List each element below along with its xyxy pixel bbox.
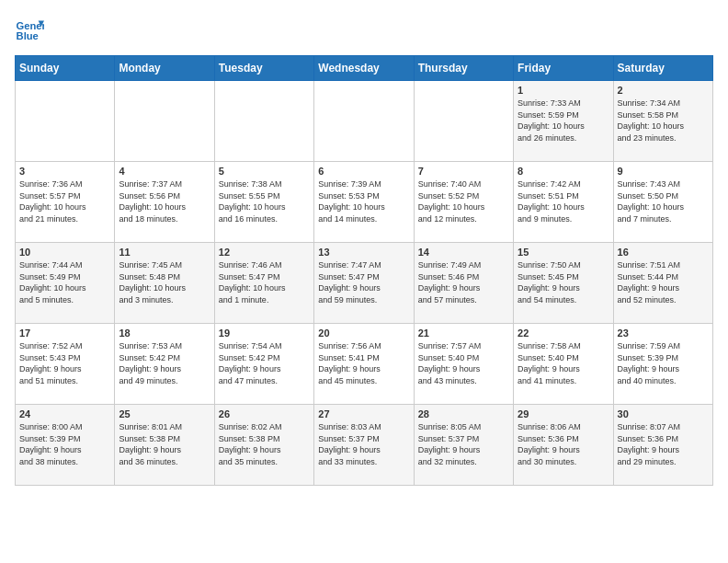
- day-number: 15: [518, 247, 609, 258]
- day-cell: 8Sunrise: 7:42 AM Sunset: 5:51 PM Daylig…: [514, 162, 613, 243]
- week-row-2: 3Sunrise: 7:36 AM Sunset: 5:57 PM Daylig…: [16, 162, 713, 243]
- day-detail: Sunrise: 7:47 AM Sunset: 5:47 PM Dayligh…: [318, 259, 409, 305]
- day-detail: Sunrise: 8:00 AM Sunset: 5:39 PM Dayligh…: [19, 421, 110, 467]
- day-cell: 23Sunrise: 7:59 AM Sunset: 5:39 PM Dayli…: [613, 324, 712, 405]
- logo-icon: General Blue: [15, 15, 44, 44]
- day-header-friday: Friday: [514, 56, 613, 81]
- day-detail: Sunrise: 7:37 AM Sunset: 5:56 PM Dayligh…: [119, 178, 210, 224]
- day-cell: 22Sunrise: 7:58 AM Sunset: 5:40 PM Dayli…: [514, 324, 613, 405]
- day-cell: 5Sunrise: 7:38 AM Sunset: 5:55 PM Daylig…: [214, 162, 313, 243]
- day-detail: Sunrise: 7:40 AM Sunset: 5:52 PM Dayligh…: [418, 178, 509, 224]
- day-detail: Sunrise: 7:57 AM Sunset: 5:40 PM Dayligh…: [418, 340, 509, 386]
- day-number: 28: [418, 408, 509, 419]
- day-detail: Sunrise: 8:07 AM Sunset: 5:36 PM Dayligh…: [618, 421, 709, 467]
- day-detail: Sunrise: 7:52 AM Sunset: 5:43 PM Dayligh…: [19, 340, 110, 386]
- day-detail: Sunrise: 8:05 AM Sunset: 5:37 PM Dayligh…: [418, 421, 509, 467]
- day-cell: [16, 81, 115, 162]
- day-number: 10: [19, 247, 110, 258]
- day-detail: Sunrise: 7:53 AM Sunset: 5:42 PM Dayligh…: [119, 340, 210, 386]
- day-cell: 20Sunrise: 7:56 AM Sunset: 5:41 PM Dayli…: [314, 324, 414, 405]
- day-header-wednesday: Wednesday: [314, 56, 414, 81]
- day-cell: 16Sunrise: 7:51 AM Sunset: 5:44 PM Dayli…: [613, 243, 712, 324]
- week-row-3: 10Sunrise: 7:44 AM Sunset: 5:49 PM Dayli…: [16, 243, 713, 324]
- day-detail: Sunrise: 7:36 AM Sunset: 5:57 PM Dayligh…: [19, 178, 110, 224]
- day-number: 21: [418, 327, 509, 339]
- day-detail: Sunrise: 7:38 AM Sunset: 5:55 PM Dayligh…: [219, 178, 310, 224]
- day-cell: 9Sunrise: 7:43 AM Sunset: 5:50 PM Daylig…: [613, 162, 712, 243]
- week-row-4: 17Sunrise: 7:52 AM Sunset: 5:43 PM Dayli…: [16, 324, 713, 405]
- week-row-1: 1Sunrise: 7:33 AM Sunset: 5:59 PM Daylig…: [16, 81, 713, 162]
- day-header-monday: Monday: [115, 56, 214, 81]
- day-number: 23: [618, 327, 709, 339]
- day-cell: [414, 81, 513, 162]
- day-detail: Sunrise: 7:56 AM Sunset: 5:41 PM Dayligh…: [318, 340, 409, 386]
- page-header: General Blue: [15, 15, 713, 44]
- day-header-saturday: Saturday: [613, 56, 712, 81]
- day-cell: 29Sunrise: 8:06 AM Sunset: 5:36 PM Dayli…: [514, 405, 613, 486]
- day-number: 8: [518, 166, 609, 177]
- day-number: 29: [518, 408, 609, 419]
- day-number: 11: [119, 247, 210, 258]
- day-cell: [214, 81, 313, 162]
- day-detail: Sunrise: 7:42 AM Sunset: 5:51 PM Dayligh…: [518, 178, 609, 224]
- day-cell: 14Sunrise: 7:49 AM Sunset: 5:46 PM Dayli…: [414, 243, 513, 324]
- day-number: 19: [219, 327, 310, 339]
- day-cell: 4Sunrise: 7:37 AM Sunset: 5:56 PM Daylig…: [115, 162, 214, 243]
- day-detail: Sunrise: 7:43 AM Sunset: 5:50 PM Dayligh…: [618, 178, 709, 224]
- day-detail: Sunrise: 7:46 AM Sunset: 5:47 PM Dayligh…: [219, 259, 310, 305]
- day-detail: Sunrise: 7:51 AM Sunset: 5:44 PM Dayligh…: [618, 259, 709, 305]
- day-cell: 12Sunrise: 7:46 AM Sunset: 5:47 PM Dayli…: [214, 243, 313, 324]
- logo: General Blue: [15, 15, 48, 44]
- svg-text:Blue: Blue: [17, 30, 39, 41]
- day-number: 24: [19, 408, 110, 419]
- day-number: 30: [618, 408, 709, 419]
- day-number: 25: [119, 408, 210, 419]
- day-detail: Sunrise: 8:01 AM Sunset: 5:38 PM Dayligh…: [119, 421, 210, 467]
- day-header-tuesday: Tuesday: [214, 56, 313, 81]
- day-number: 1: [518, 85, 609, 96]
- day-cell: 10Sunrise: 7:44 AM Sunset: 5:49 PM Dayli…: [16, 243, 115, 324]
- day-cell: 25Sunrise: 8:01 AM Sunset: 5:38 PM Dayli…: [115, 405, 214, 486]
- day-detail: Sunrise: 7:44 AM Sunset: 5:49 PM Dayligh…: [19, 259, 110, 305]
- day-number: 18: [119, 327, 210, 339]
- day-detail: Sunrise: 8:02 AM Sunset: 5:38 PM Dayligh…: [219, 421, 310, 467]
- day-number: 4: [119, 166, 210, 177]
- day-detail: Sunrise: 7:45 AM Sunset: 5:48 PM Dayligh…: [119, 259, 210, 305]
- header-row: SundayMondayTuesdayWednesdayThursdayFrid…: [16, 56, 713, 81]
- day-number: 6: [318, 166, 409, 177]
- day-cell: 7Sunrise: 7:40 AM Sunset: 5:52 PM Daylig…: [414, 162, 513, 243]
- day-cell: 30Sunrise: 8:07 AM Sunset: 5:36 PM Dayli…: [613, 405, 712, 486]
- day-number: 3: [19, 166, 110, 177]
- day-cell: 26Sunrise: 8:02 AM Sunset: 5:38 PM Dayli…: [214, 405, 313, 486]
- day-cell: 17Sunrise: 7:52 AM Sunset: 5:43 PM Dayli…: [16, 324, 115, 405]
- day-number: 14: [418, 247, 509, 258]
- day-cell: 2Sunrise: 7:34 AM Sunset: 5:58 PM Daylig…: [613, 81, 712, 162]
- day-number: 7: [418, 166, 509, 177]
- day-cell: 19Sunrise: 7:54 AM Sunset: 5:42 PM Dayli…: [214, 324, 313, 405]
- day-detail: Sunrise: 7:58 AM Sunset: 5:40 PM Dayligh…: [518, 340, 609, 386]
- day-cell: 27Sunrise: 8:03 AM Sunset: 5:37 PM Dayli…: [314, 405, 414, 486]
- day-cell: 11Sunrise: 7:45 AM Sunset: 5:48 PM Dayli…: [115, 243, 214, 324]
- day-detail: Sunrise: 7:39 AM Sunset: 5:53 PM Dayligh…: [318, 178, 409, 224]
- day-number: 5: [219, 166, 310, 177]
- day-cell: 15Sunrise: 7:50 AM Sunset: 5:45 PM Dayli…: [514, 243, 613, 324]
- day-number: 9: [618, 166, 709, 177]
- day-number: 22: [518, 327, 609, 339]
- day-cell: 3Sunrise: 7:36 AM Sunset: 5:57 PM Daylig…: [16, 162, 115, 243]
- day-cell: 6Sunrise: 7:39 AM Sunset: 5:53 PM Daylig…: [314, 162, 414, 243]
- calendar-table: SundayMondayTuesdayWednesdayThursdayFrid…: [15, 55, 713, 486]
- day-number: 13: [318, 247, 409, 258]
- day-cell: 13Sunrise: 7:47 AM Sunset: 5:47 PM Dayli…: [314, 243, 414, 324]
- day-number: 27: [318, 408, 409, 419]
- day-number: 16: [618, 247, 709, 258]
- day-detail: Sunrise: 7:59 AM Sunset: 5:39 PM Dayligh…: [618, 340, 709, 386]
- day-header-sunday: Sunday: [16, 56, 115, 81]
- day-detail: Sunrise: 7:54 AM Sunset: 5:42 PM Dayligh…: [219, 340, 310, 386]
- day-detail: Sunrise: 8:03 AM Sunset: 5:37 PM Dayligh…: [318, 421, 409, 467]
- day-number: 26: [219, 408, 310, 419]
- day-header-thursday: Thursday: [414, 56, 513, 81]
- day-cell: 24Sunrise: 8:00 AM Sunset: 5:39 PM Dayli…: [16, 405, 115, 486]
- day-detail: Sunrise: 7:50 AM Sunset: 5:45 PM Dayligh…: [518, 259, 609, 305]
- day-number: 2: [618, 85, 709, 96]
- day-detail: Sunrise: 8:06 AM Sunset: 5:36 PM Dayligh…: [518, 421, 609, 467]
